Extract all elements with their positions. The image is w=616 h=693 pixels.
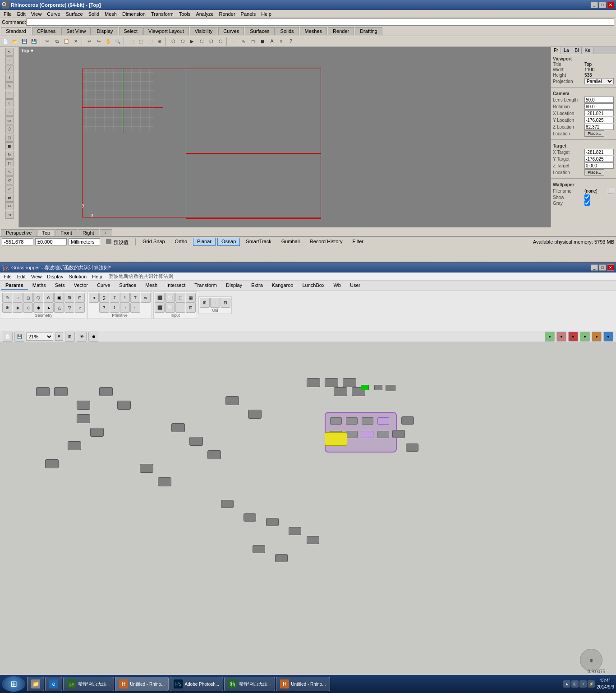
tb-delete[interactable]: ✕ (71, 37, 80, 46)
menu-analyze[interactable]: Analyze (193, 11, 216, 17)
gh-geo-12[interactable]: ◆ (33, 303, 43, 313)
menu-file[interactable]: File (1, 11, 14, 17)
lt-circle[interactable]: ○ (5, 99, 14, 107)
node-b3[interactable] (266, 518, 279, 526)
gh-maximize-btn[interactable]: □ (599, 264, 606, 271)
node-15[interactable] (140, 464, 153, 473)
gh-menu-help[interactable]: Help (89, 273, 105, 280)
tb-viewportlayout[interactable]: Viewport Layout (143, 27, 189, 35)
gh-geo-15[interactable]: ▽ (64, 303, 74, 313)
status-ortho[interactable]: Ortho (171, 238, 192, 246)
lt-polyline[interactable]: ⌇ (5, 74, 14, 82)
lt-mirror[interactable]: ⇌ (5, 194, 14, 202)
gh-grid-btn[interactable]: ⊞ (65, 332, 75, 342)
tb-tech[interactable]: ⬡ (216, 37, 225, 46)
menu-dimension[interactable]: Dimension (120, 11, 148, 17)
prop-target-location-btn[interactable]: Place... (584, 169, 604, 176)
prop-ztarget-input[interactable] (584, 162, 614, 169)
vp-tab-right[interactable]: Right (78, 229, 99, 236)
tb-saveas[interactable]: 💾 (29, 37, 38, 46)
taskbar-explorer[interactable]: 📁 (27, 677, 44, 691)
gh-zoom-select[interactable]: 21% 50% 100% (26, 333, 53, 341)
menu-transform[interactable]: Transform (148, 11, 176, 17)
gh-geo-2[interactable]: ○ (13, 293, 23, 303)
lt-freeform[interactable]: ⌒ (5, 91, 14, 99)
tb-copy[interactable]: ⧉ (52, 37, 61, 46)
tb-shaded[interactable]: ⬡ (178, 37, 187, 46)
gh-input-4[interactable]: ▦ (186, 293, 196, 303)
close-btn[interactable]: ✕ (607, 2, 614, 8)
menu-panels[interactable]: Panels (238, 11, 259, 17)
gh-tab-user[interactable]: User (345, 282, 365, 290)
gh-geo-5[interactable]: ⊙ (44, 293, 54, 303)
gh-input-1[interactable]: ⬛ (155, 293, 165, 303)
node-1[interactable] (36, 387, 50, 396)
node-b7[interactable] (275, 554, 288, 562)
menu-curve[interactable]: Curve (44, 11, 63, 17)
prop-projection-select[interactable]: Parallel Perspective (584, 78, 614, 84)
gh-orange-btn[interactable]: ● (592, 332, 602, 342)
tb-cplanes[interactable]: CPlanes (32, 27, 61, 35)
tb-solid-btn[interactable]: ◼ (258, 37, 267, 46)
vp-tab-top[interactable]: Top (37, 229, 55, 236)
status-smarttrack[interactable]: SmartTrack (242, 238, 275, 246)
node-5[interactable] (117, 401, 131, 410)
node-20[interactable] (334, 387, 347, 396)
prop-location-btn[interactable]: Place... (584, 130, 604, 137)
minimize-btn[interactable]: _ (591, 2, 598, 8)
gh-tab-vector[interactable]: Vector (69, 282, 92, 290)
tb-zoom-in[interactable]: 🔍 (113, 37, 122, 46)
tb-render[interactable]: Render (328, 27, 354, 35)
gh-input-8[interactable]: ⊡ (186, 303, 196, 313)
node-b5[interactable] (307, 536, 319, 544)
tb-display[interactable]: Display (92, 27, 118, 35)
gh-tab-sets[interactable]: Sets (51, 282, 69, 290)
gh-doc-btn[interactable]: 📄 (3, 332, 13, 342)
status-gumball[interactable]: Gumball (277, 238, 304, 246)
tb-curve[interactable]: ∿ (239, 37, 248, 46)
node-26[interactable] (362, 417, 373, 425)
status-osnap[interactable]: Osnap (217, 238, 240, 246)
prop-tab-bi[interactable]: Bi (572, 47, 582, 54)
tb-layer[interactable]: ≡ (277, 37, 286, 46)
gh-menu-solution[interactable]: Solution (66, 273, 89, 280)
lt-rect[interactable]: ▭ (5, 116, 14, 125)
gh-minimize-btn[interactable]: _ (591, 264, 598, 271)
tb-drafting[interactable]: Drafting (355, 27, 382, 35)
lt-line[interactable]: ╱ (5, 65, 14, 73)
tb-crossing[interactable]: ⬚ (146, 37, 155, 46)
tb-curves[interactable]: Curves (218, 27, 244, 35)
tb-surfaces[interactable]: Surfaces (245, 27, 274, 35)
gh-util-3[interactable]: ⊟ (221, 298, 230, 308)
maximize-btn[interactable]: □ (599, 2, 606, 8)
gh-geo-10[interactable]: ◈ (13, 303, 23, 313)
tb-paste[interactable]: 📋 (62, 37, 71, 46)
gh-menu-display[interactable]: Display (44, 273, 66, 280)
node-18[interactable] (325, 378, 338, 387)
taskbar-ie[interactable]: e (45, 677, 62, 691)
tb-annotation[interactable]: A (267, 37, 276, 46)
gh-geo-16[interactable]: ▿ (75, 303, 85, 313)
node-19[interactable] (343, 378, 356, 387)
gh-prim-1[interactable]: π (89, 293, 99, 303)
gh-tab-wb[interactable]: Wb (329, 282, 345, 290)
gh-close-btn[interactable]: ✕ (607, 264, 614, 271)
gh-input-2[interactable]: ⬜ (165, 293, 175, 303)
gh-preview-btn[interactable]: 👁 (77, 332, 87, 342)
node-25[interactable] (346, 417, 358, 425)
node-8[interactable] (68, 441, 81, 450)
gh-red-btn1[interactable]: ● (556, 332, 566, 342)
tb-wire[interactable]: ⬡ (169, 37, 178, 46)
gh-red-btn2[interactable]: ● (568, 332, 578, 342)
lt-select[interactable]: ↖ (5, 48, 14, 56)
node-yellow[interactable] (325, 432, 347, 446)
prop-gray-checkbox[interactable] (584, 200, 590, 206)
tb-select-all[interactable]: ⬚ (127, 37, 136, 46)
gh-tab-mesh[interactable]: Mesh (141, 282, 162, 290)
lt-polygon[interactable]: ⬡ (5, 125, 14, 133)
node-12[interactable] (171, 423, 185, 432)
node-27[interactable] (377, 417, 389, 425)
prop-xloc-input[interactable] (584, 110, 614, 116)
prop-filename-browse[interactable] (608, 188, 614, 194)
prop-tab-ke[interactable]: Ke (582, 47, 593, 54)
